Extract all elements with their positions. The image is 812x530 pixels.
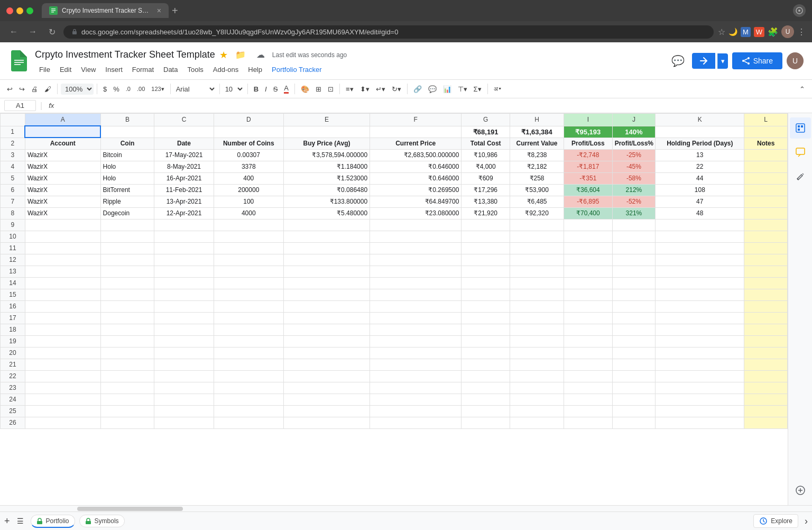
decrease-decimal-button[interactable]: .0 (123, 84, 133, 94)
cell-k8[interactable]: 48 (656, 207, 744, 219)
col-header-e[interactable]: E (284, 114, 370, 126)
grid-area[interactable]: A B C D E F G H I J K L (0, 113, 788, 505)
cell-e1[interactable] (284, 126, 370, 138)
cell-k4[interactable]: 22 (656, 161, 744, 172)
forward-button[interactable]: → (25, 24, 40, 39)
cell-c4[interactable]: 8-May-2021 (154, 161, 214, 172)
fill-color-button[interactable]: 🎨 (298, 83, 312, 95)
cell-g1-total-cost[interactable]: ₹68,191 (462, 126, 510, 138)
horizontal-scrollbar[interactable] (0, 505, 812, 511)
function-button[interactable]: Σ▾ (471, 83, 484, 95)
extensions-icon[interactable]: M (741, 27, 751, 37)
cell-b5[interactable]: Holo (100, 172, 154, 184)
cell-g2-totalcost[interactable]: Total Cost (462, 138, 510, 149)
cell-e6[interactable]: ₹0.086480 (284, 184, 370, 196)
col-header-f[interactable]: F (370, 114, 462, 126)
scrollbar-thumb[interactable] (77, 507, 183, 511)
cloud-icon[interactable]: ☁ (253, 47, 268, 63)
collapse-toolbar-button[interactable]: ⌃ (797, 83, 808, 95)
cell-h5[interactable]: ₹258 (510, 172, 564, 184)
increase-decimal-button[interactable]: .00 (134, 84, 147, 94)
cell-a1[interactable] (25, 126, 100, 138)
new-tab-button[interactable]: + (172, 5, 178, 16)
cell-i1-profit-loss[interactable]: ₹95,193 (564, 126, 612, 138)
cell-k2-holding[interactable]: Holding Period (Days) (656, 138, 744, 149)
cell-c1[interactable] (154, 126, 214, 138)
cell-f6[interactable]: ₹0.269500 (370, 184, 462, 196)
bookmark-icon[interactable]: ☆ (718, 27, 725, 37)
cell-i8[interactable]: ₹70,400 (564, 207, 612, 219)
cell-reference-input[interactable] (4, 100, 36, 111)
cell-h7[interactable]: ₹6,485 (510, 196, 564, 207)
cell-l1[interactable] (744, 126, 788, 138)
cell-a6[interactable]: WazirX (25, 184, 100, 196)
percent-button[interactable]: % (110, 83, 122, 95)
menu-format[interactable]: Format (128, 64, 158, 75)
cell-h2-currentvalue[interactable]: Current Value (510, 138, 564, 149)
maximize-button[interactable] (26, 7, 33, 14)
cell-j4[interactable]: -45% (612, 161, 656, 172)
menu-addons[interactable]: Add-ons (209, 64, 243, 75)
cell-j7[interactable]: -52% (612, 196, 656, 207)
h-align-button[interactable]: ≡▾ (343, 83, 356, 95)
v-align-button[interactable]: ⬍▾ (357, 83, 372, 95)
print-button[interactable]: 🖨 (29, 83, 41, 95)
user-avatar[interactable]: U (787, 52, 804, 69)
paint-format-button[interactable]: 🖌 (42, 83, 54, 95)
cell-d7[interactable]: 100 (214, 196, 283, 207)
cell-e2-buyprice[interactable]: Buy Price (Avg) (284, 138, 370, 149)
cell-j6[interactable]: 212% (612, 184, 656, 196)
cell-i2-profitloss[interactable]: Profit/Loss (564, 138, 612, 149)
menu-insert[interactable]: Insert (101, 64, 127, 75)
cell-j8[interactable]: 321% (612, 207, 656, 219)
cell-c7[interactable]: 13-Apr-2021 (154, 196, 214, 207)
cell-k5[interactable]: 44 (656, 172, 744, 184)
move-dropdown-icon[interactable]: ▾ (717, 53, 728, 69)
cell-d5[interactable]: 400 (214, 172, 283, 184)
extension2-icon[interactable]: W (754, 27, 764, 37)
comment-button[interactable]: 💬 (426, 83, 439, 95)
sheet-list-button[interactable]: ☰ (14, 515, 26, 527)
cell-b6[interactable]: BitTorrent (100, 184, 154, 196)
puzzle-icon[interactable]: 🧩 (768, 27, 778, 37)
move-to-button[interactable] (692, 53, 715, 69)
cell-e5[interactable]: ₹1.523000 (284, 172, 370, 184)
col-header-k[interactable]: K (656, 114, 744, 126)
cell-b4[interactable]: Holo (100, 161, 154, 172)
cell-l6[interactable] (744, 184, 788, 196)
night-mode-icon[interactable]: 🌙 (728, 28, 737, 36)
font-size-select[interactable]: 10 (223, 85, 244, 94)
cell-d6[interactable]: 200000 (214, 184, 283, 196)
cell-h8[interactable]: ₹92,320 (510, 207, 564, 219)
cell-d4[interactable]: 3378 (214, 161, 283, 172)
redo-button[interactable]: ↪ (16, 83, 27, 95)
cell-h6[interactable]: ₹53,900 (510, 184, 564, 196)
cell-i4[interactable]: -₹1,817 (564, 161, 612, 172)
col-header-a[interactable]: A (25, 114, 100, 126)
minimize-button[interactable] (16, 7, 23, 14)
col-header-h[interactable]: H (510, 114, 564, 126)
cell-j5[interactable]: -58% (612, 172, 656, 184)
menu-file[interactable]: File (35, 64, 54, 75)
col-header-i[interactable]: I (564, 114, 612, 126)
close-button[interactable] (6, 7, 13, 14)
strikethrough-button[interactable]: S (271, 83, 281, 95)
cell-b7[interactable]: Ripple (100, 196, 154, 207)
cell-j2-profitpct[interactable]: Profit/Loss% (612, 138, 656, 149)
link-button[interactable]: 🔗 (411, 83, 425, 95)
tab-close-icon[interactable]: × (157, 6, 161, 15)
zoom-select[interactable]: 100% (61, 84, 94, 95)
cell-i6[interactable]: ₹36,604 (564, 184, 612, 196)
reload-button[interactable]: ↻ (44, 24, 59, 39)
cell-i5[interactable]: -₹351 (564, 172, 612, 184)
formula-input[interactable] (60, 102, 808, 109)
cell-e4[interactable]: ₹1.184000 (284, 161, 370, 172)
menu-view[interactable]: View (77, 64, 100, 75)
add-sheet-button[interactable]: + (4, 516, 10, 527)
cell-g7[interactable]: ₹13,380 (462, 196, 510, 207)
cell-f5[interactable]: ₹0.646000 (370, 172, 462, 184)
cell-d1[interactable] (214, 126, 283, 138)
cell-a8[interactable]: WazirX (25, 207, 100, 219)
cell-h3[interactable]: ₹8,238 (510, 149, 564, 161)
cell-h4[interactable]: ₹2,182 (510, 161, 564, 172)
